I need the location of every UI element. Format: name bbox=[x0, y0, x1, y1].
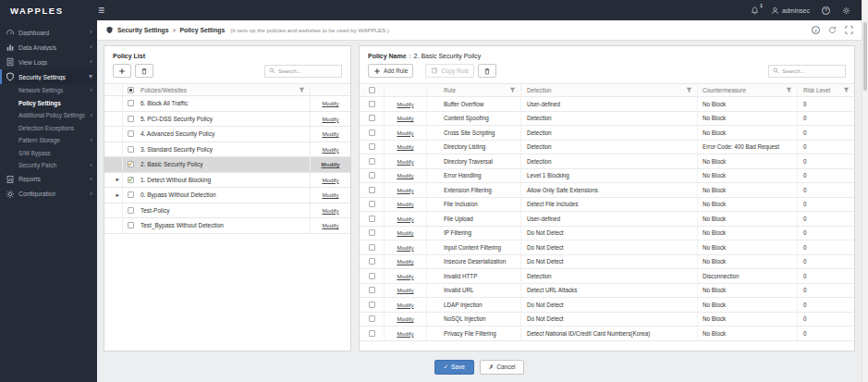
filter-icon[interactable] bbox=[299, 87, 305, 93]
rule-modify-link[interactable]: Modify bbox=[397, 143, 413, 150]
rule-row[interactable]: ModifyNoSQL InjectionDo Not DetectNo Blo… bbox=[360, 313, 854, 327]
expand-arrow-icon[interactable]: ▸ bbox=[104, 173, 123, 188]
rule-modify-link[interactable]: Modify bbox=[397, 302, 413, 308]
policy-checkbox[interactable]: ✓ bbox=[128, 161, 134, 167]
rule-checkbox[interactable] bbox=[369, 143, 375, 150]
policy-modify-link[interactable]: Modify bbox=[322, 130, 338, 137]
rule-row[interactable]: ModifyDirectory ListingDetectionError Co… bbox=[360, 141, 854, 155]
rule-row[interactable]: ModifyInsecure DeserializationDo Not Det… bbox=[360, 255, 854, 270]
rule-modify-link[interactable]: Modify bbox=[397, 101, 413, 107]
rule-modify-link[interactable]: Modify bbox=[397, 216, 413, 222]
delete-policy-button[interactable] bbox=[135, 64, 153, 78]
policy-checkbox[interactable] bbox=[128, 146, 134, 153]
rule-row[interactable]: ModifyCross Site ScriptingDetectionNo Bl… bbox=[360, 126, 854, 141]
rule-checkbox[interactable] bbox=[369, 172, 375, 179]
policy-row[interactable]: 5. PCI-DSS Security PolicyModify bbox=[104, 112, 350, 128]
rule-modify-link[interactable]: Modify bbox=[397, 158, 413, 165]
rule-checkbox[interactable] bbox=[369, 315, 375, 322]
rule-checkbox[interactable] bbox=[369, 273, 375, 279]
policy-row[interactable]: 6. Block All TrafficModify bbox=[104, 96, 350, 112]
policy-checkbox[interactable]: ✓ bbox=[128, 177, 134, 183]
rule-checkbox[interactable] bbox=[369, 244, 375, 251]
rule-row[interactable]: ModifyInvalid HTTPDetectionDisconnection… bbox=[360, 269, 854, 284]
refresh-icon[interactable] bbox=[828, 26, 837, 34]
sidebar-item-data-analysis[interactable]: Data Analysis‹ bbox=[0, 40, 97, 55]
rule-row[interactable]: ModifyLDAP InjectionDo Not DetectNo Bloc… bbox=[360, 298, 854, 313]
rule-modify-link[interactable]: Modify bbox=[397, 172, 413, 179]
rule-modify-link[interactable]: Modify bbox=[397, 129, 413, 136]
add-rule-button[interactable]: Add Rule bbox=[368, 64, 413, 78]
breadcrumb-section[interactable]: Security Settings bbox=[117, 27, 169, 33]
save-button[interactable]: ✓ Save bbox=[434, 360, 474, 375]
policy-checkbox[interactable] bbox=[128, 100, 134, 106]
rule-modify-link[interactable]: Modify bbox=[397, 187, 413, 193]
rule-checkbox[interactable] bbox=[369, 330, 375, 337]
rule-row[interactable]: ModifyError HandlingLevel 1 BlockingNo B… bbox=[360, 169, 854, 184]
sidebar-subitem-network-settings[interactable]: Network Settings‹ bbox=[0, 84, 97, 97]
sidebar-subitem-security-patch[interactable]: Security Patch‹ bbox=[0, 159, 97, 172]
sidebar-item-reports[interactable]: Reports‹ bbox=[0, 172, 97, 187]
rule-checkbox[interactable] bbox=[369, 229, 375, 236]
policy-row[interactable]: 4. Advanced Security PolicyModify bbox=[104, 127, 350, 142]
rule-modify-link[interactable]: Modify bbox=[397, 201, 413, 207]
user-menu[interactable]: adminsec bbox=[771, 6, 810, 15]
rule-modify-link[interactable]: Modify bbox=[397, 258, 413, 265]
rule-row[interactable]: ModifyContent SpoofingDetectionNo Block0 bbox=[360, 112, 854, 127]
sidebar-subitem-policy-settings[interactable]: Policy Settings bbox=[0, 97, 97, 110]
rule-row[interactable]: ModifyBuffer OverflowUser-definedNo Bloc… bbox=[360, 97, 854, 112]
expand-arrow-icon[interactable]: ▸ bbox=[104, 188, 123, 203]
rule-modify-link[interactable]: Modify bbox=[397, 287, 413, 293]
page-scrollbar[interactable] bbox=[862, 0, 868, 382]
rule-modify-link[interactable]: Modify bbox=[397, 244, 413, 251]
policy-modify-link[interactable]: Modify bbox=[322, 116, 338, 122]
rules-search[interactable] bbox=[768, 65, 846, 78]
sidebar-subitem-detection-exceptions[interactable]: Detection Exceptions bbox=[0, 122, 97, 135]
policy-checkbox[interactable] bbox=[128, 191, 134, 198]
rule-modify-link[interactable]: Modify bbox=[397, 273, 413, 279]
info-icon[interactable]: i bbox=[812, 26, 820, 34]
policy-modify-link[interactable]: Modify bbox=[322, 177, 338, 183]
rule-modify-link[interactable]: Modify bbox=[397, 229, 413, 236]
sidebar-item-dashboard[interactable]: Dashboard‹ bbox=[0, 25, 97, 40]
rule-row[interactable]: ModifyIP FilteringDo Not DetectNo Block0 bbox=[360, 227, 854, 241]
policy-list-search[interactable] bbox=[264, 65, 342, 78]
rule-checkbox[interactable] bbox=[369, 129, 375, 136]
rule-checkbox[interactable] bbox=[369, 115, 375, 121]
rule-row[interactable]: ModifyDirectory TraversalDetectionNo Blo… bbox=[360, 154, 854, 169]
rule-row[interactable]: ModifyFile InclusionDetect File Includes… bbox=[360, 198, 854, 213]
policy-modify-link[interactable]: Modify bbox=[322, 100, 338, 106]
settings-button[interactable] bbox=[842, 6, 850, 15]
policy-list-search-input[interactable] bbox=[278, 68, 337, 74]
rule-row[interactable]: ModifyPrivacy File FilteringDetect Natio… bbox=[360, 327, 854, 341]
policy-checkbox[interactable] bbox=[128, 222, 134, 228]
sidebar-subitem-s-w-bypass[interactable]: S/W Bypass bbox=[0, 147, 97, 160]
policy-modify-link[interactable]: Modify bbox=[322, 207, 338, 214]
rule-row[interactable]: ModifyFile UploadUser-definedNo Block0 bbox=[360, 212, 854, 227]
policy-checkbox[interactable] bbox=[128, 207, 134, 214]
rule-checkbox[interactable] bbox=[369, 216, 375, 222]
delete-rule-button[interactable] bbox=[478, 64, 496, 78]
rule-row[interactable]: ModifyInput Content FilteringDo Not Dete… bbox=[360, 240, 854, 255]
sidebar-subitem-additional-policy-settings[interactable]: Additional Policy Settings‹ bbox=[0, 109, 97, 122]
policy-row[interactable]: 3. Standard Security PolicyModify bbox=[104, 142, 350, 158]
sidebar-item-configuration[interactable]: Configuration‹ bbox=[0, 187, 97, 202]
sidebar-item-security-settings[interactable]: Security Settings▾ bbox=[0, 69, 97, 84]
filter-icon[interactable] bbox=[686, 87, 692, 93]
select-all-policies-checkbox[interactable] bbox=[128, 87, 134, 93]
copy-rule-button[interactable]: Copy Rule bbox=[425, 64, 474, 78]
rule-checkbox[interactable] bbox=[369, 158, 375, 165]
rule-modify-link[interactable]: Modify bbox=[397, 330, 413, 337]
rule-row[interactable]: ModifyInvalid URLDetect URL AttacksNo Bl… bbox=[360, 284, 854, 299]
policy-row[interactable]: ▸0. Bypass Without DetectionModify bbox=[104, 188, 350, 203]
policy-modify-link[interactable]: Modify bbox=[322, 222, 338, 228]
rule-checkbox[interactable] bbox=[369, 101, 375, 107]
cancel-button[interactable]: ✗ Cancel bbox=[480, 360, 525, 375]
rule-checkbox[interactable] bbox=[369, 201, 375, 207]
hamburger-menu-icon[interactable]: ≡ bbox=[98, 5, 104, 16]
scrollbar-thumb[interactable] bbox=[863, 22, 867, 91]
rule-row[interactable]: ModifyExtension FilteringAllow Only Safe… bbox=[360, 183, 854, 198]
rule-modify-link[interactable]: Modify bbox=[397, 315, 413, 322]
add-policy-button[interactable] bbox=[113, 64, 131, 78]
help-button[interactable]: ? bbox=[822, 6, 830, 15]
policy-checkbox[interactable] bbox=[128, 116, 134, 122]
